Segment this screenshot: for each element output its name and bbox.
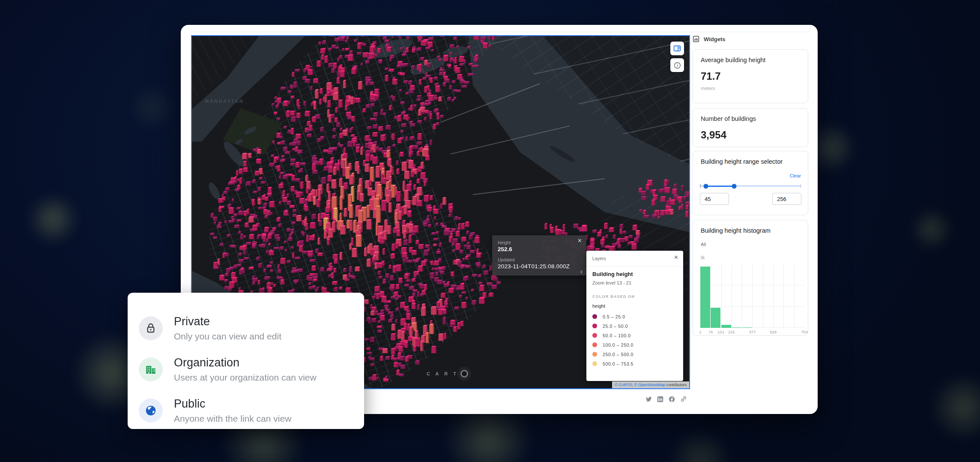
slider-handle-max[interactable]: [732, 184, 737, 189]
legend-label: 25.0 – 50.0: [603, 324, 628, 329]
histogram-x-axis: 176151226377528754: [700, 330, 804, 335]
legend-row: 250.0 – 500.0: [592, 352, 633, 357]
globe-avatar: [139, 399, 163, 423]
map-attribution: © CARTO, © OpenStreetMap contributors: [612, 381, 689, 388]
share-option-organization[interactable]: OrganizationUsers at your organization c…: [139, 349, 356, 390]
legend-row: 500.0 – 753.5: [592, 361, 633, 366]
legend-row: 25.0 – 50.0: [592, 324, 633, 328]
info-button[interactable]: [670, 58, 684, 72]
share-option-texts: PublicAnyone with the link can view: [174, 398, 291, 423]
range-min-input[interactable]: [700, 193, 729, 205]
share-option-title: Private: [174, 315, 281, 328]
histogram-bar[interactable]: [711, 308, 720, 328]
widgets-header-label: Widgets: [704, 36, 725, 42]
clear-range-button[interactable]: Clear: [790, 173, 801, 178]
widgets-icon: [693, 36, 699, 42]
histogram-bar[interactable]: [732, 327, 741, 328]
histogram-ymax-label: 3k: [700, 255, 705, 260]
histogram-tick-label: 226: [728, 330, 735, 334]
layer-zoom-range: Zoom level 13 - 21: [592, 280, 631, 285]
share-visibility-menu: PrivateOnly you can view and editOrganiz…: [128, 293, 364, 429]
carto-logo-ring: [460, 370, 468, 378]
widget-title: Building height histogram: [701, 227, 771, 234]
legend-color-dot: [592, 333, 597, 338]
range-max-input[interactable]: [772, 193, 801, 205]
color-attribute: height: [592, 303, 605, 309]
background-glow: [910, 208, 953, 251]
widget-title: Average building height: [701, 57, 765, 63]
legend-label: 50.0 – 100.0: [603, 333, 631, 338]
tooltip-prev-icon[interactable]: ‹: [580, 268, 583, 275]
legend-row: 100.0 – 250.0: [592, 342, 633, 347]
share-social-row: [645, 395, 687, 403]
lock-avatar: [139, 316, 163, 340]
histogram-tick-label: 528: [770, 330, 777, 334]
widget-value: 71.7: [701, 70, 721, 82]
layer-name: Building height: [592, 271, 633, 277]
toggle-panel-button[interactable]: [670, 42, 684, 55]
carto-logo-text: C A R T: [427, 371, 458, 376]
color-based-on-label: COLOR BASED ON: [592, 294, 635, 299]
layer-legend: 0.5 – 25.025.0 – 50.050.0 – 100.0100.0 –…: [592, 314, 633, 366]
layers-close-icon[interactable]: ✕: [674, 255, 678, 260]
twitter-icon[interactable]: [645, 396, 652, 403]
histogram-bar[interactable]: [700, 267, 710, 328]
tooltip-height-label: Height: [498, 240, 511, 245]
attribution-suffix: contributors: [665, 383, 687, 387]
histogram-chart[interactable]: [700, 264, 804, 328]
histogram-tick-label: 377: [749, 330, 756, 334]
panel-layout-icon: [673, 44, 681, 53]
legend-label: 500.0 – 753.5: [603, 361, 633, 366]
histogram-tick-label: 754: [801, 330, 808, 334]
histogram-bar[interactable]: [721, 325, 731, 328]
carto-logo: C A R T: [427, 370, 468, 378]
legend-label: 0.5 – 25.0: [603, 314, 625, 319]
share-option-title: Organization: [174, 357, 317, 369]
share-option-title: Public: [174, 398, 291, 411]
organization-icon: [144, 363, 157, 376]
legend-label: 100.0 – 250.0: [603, 342, 633, 348]
carto-attribution-link[interactable]: © CARTO: [615, 383, 632, 387]
legend-color-dot: [592, 352, 597, 357]
share-option-private[interactable]: PrivateOnly you can view and edit: [139, 308, 356, 349]
widget-average-building-height: Average building height 71.7 meters: [693, 49, 808, 103]
legend-color-dot: [592, 342, 597, 347]
legend-color-dot: [592, 361, 597, 366]
organization-avatar: [139, 357, 163, 381]
histogram-bar[interactable]: [742, 327, 752, 328]
globe-icon: [144, 404, 157, 417]
info-icon: [673, 61, 681, 69]
histogram-tick-label: 1: [699, 330, 701, 334]
tooltip-updated-value: 2023-11-04T01:25:08.000Z: [498, 263, 570, 270]
legend-row: 0.5 – 25.0: [592, 314, 633, 319]
tooltip-updated-label: Updated: [498, 257, 515, 262]
linkedin-icon[interactable]: [657, 396, 664, 403]
share-option-description: Anyone with the link can view: [174, 414, 291, 423]
widget-height-range-selector: Building height range selector Clear: [693, 151, 808, 215]
tooltip-close-icon[interactable]: ✕: [577, 238, 582, 243]
legend-label: 250.0 – 500.0: [603, 352, 633, 357]
layers-panel-title: Layers: [592, 256, 606, 261]
feature-tooltip: Height 252.6 Updated 2023-11-04T01:25:08…: [492, 235, 586, 276]
share-option-texts: OrganizationUsers at your organization c…: [174, 357, 317, 382]
legend-color-dot: [592, 324, 597, 328]
share-option-description: Users at your organization can view: [174, 372, 317, 382]
slider-handle-min[interactable]: [703, 184, 708, 189]
background-glow: [27, 193, 79, 245]
share-option-description: Only you can view and edit: [174, 331, 281, 341]
histogram-filter-label: All: [701, 242, 706, 247]
background-glow: [929, 373, 980, 441]
widget-height-histogram: Building height histogram All 3k 1761512…: [693, 220, 808, 336]
link-icon[interactable]: [680, 395, 687, 403]
widget-number-of-buildings: Number of buildings 3,954: [693, 108, 808, 147]
map-controls: [670, 42, 684, 72]
share-option-public[interactable]: PublicAnyone with the link can view: [139, 390, 356, 431]
widget-unit: meters: [701, 86, 715, 91]
slider-active-track[interactable]: [706, 186, 734, 187]
background-glow: [668, 429, 732, 462]
widget-title: Building height range selector: [701, 158, 783, 165]
share-option-texts: PrivateOnly you can view and edit: [174, 315, 281, 341]
facebook-icon[interactable]: [668, 396, 675, 403]
histogram-tick-label: 76: [708, 330, 713, 334]
osm-attribution-link[interactable]: © OpenStreetMap: [634, 383, 666, 387]
